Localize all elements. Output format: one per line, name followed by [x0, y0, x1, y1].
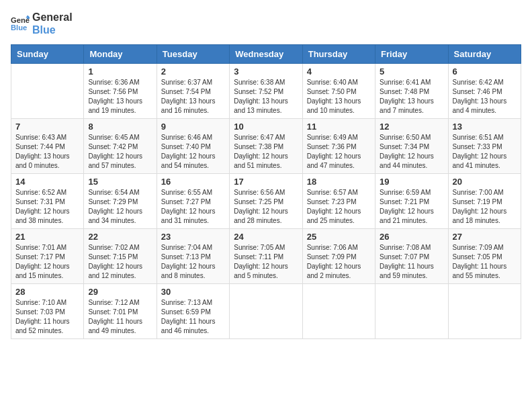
day-number: 2: [161, 66, 225, 77]
day-number: 5: [380, 66, 443, 77]
day-info: Sunrise: 6:49 AMSunset: 7:36 PMDaylight:…: [307, 133, 371, 171]
calendar-cell: 4Sunrise: 6:40 AMSunset: 7:50 PMDaylight…: [302, 64, 375, 119]
day-number: 4: [307, 66, 371, 77]
calendar-cell: 14Sunrise: 6:52 AMSunset: 7:31 PMDayligh…: [11, 174, 84, 229]
day-number: 10: [234, 122, 298, 132]
calendar-cell: 16Sunrise: 6:55 AMSunset: 7:27 PMDayligh…: [157, 174, 229, 229]
day-info: Sunrise: 7:06 AMSunset: 7:09 PMDaylight:…: [307, 243, 371, 281]
day-info: Sunrise: 6:37 AMSunset: 7:54 PMDaylight:…: [161, 78, 225, 116]
day-info: Sunrise: 6:43 AMSunset: 7:44 PMDaylight:…: [15, 133, 79, 171]
day-info: Sunrise: 7:00 AMSunset: 7:19 PMDaylight:…: [453, 188, 517, 226]
day-info: Sunrise: 6:52 AMSunset: 7:31 PMDaylight:…: [15, 188, 79, 226]
day-info: Sunrise: 7:08 AMSunset: 7:07 PMDaylight:…: [380, 243, 443, 281]
calendar-week-2: 7Sunrise: 6:43 AMSunset: 7:44 PMDaylight…: [11, 119, 521, 174]
calendar-cell: 1Sunrise: 6:36 AMSunset: 7:56 PMDaylight…: [84, 64, 157, 119]
day-number: 1: [88, 66, 152, 77]
calendar-cell: 26Sunrise: 7:08 AMSunset: 7:07 PMDayligh…: [375, 229, 448, 284]
calendar-cell: 11Sunrise: 6:49 AMSunset: 7:36 PMDayligh…: [302, 119, 375, 174]
day-number: 23: [161, 232, 225, 242]
day-number: 27: [453, 232, 517, 242]
day-info: Sunrise: 6:42 AMSunset: 7:46 PMDaylight:…: [453, 78, 517, 116]
day-number: 26: [380, 232, 443, 242]
day-number: 22: [88, 232, 152, 242]
day-number: 20: [453, 177, 517, 187]
calendar-cell: 23Sunrise: 7:04 AMSunset: 7:13 PMDayligh…: [157, 229, 229, 284]
day-number: 7: [15, 122, 79, 132]
day-number: 17: [234, 177, 298, 187]
day-number: 12: [380, 122, 443, 132]
calendar-header-row: SundayMondayTuesdayWednesdayThursdayFrid…: [11, 45, 521, 64]
weekday-header-sunday: Sunday: [11, 45, 84, 64]
day-info: Sunrise: 6:57 AMSunset: 7:23 PMDaylight:…: [307, 188, 371, 226]
day-info: Sunrise: 7:10 AMSunset: 7:03 PMDaylight:…: [15, 298, 79, 336]
calendar-cell: 9Sunrise: 6:46 AMSunset: 7:40 PMDaylight…: [157, 119, 229, 174]
day-info: Sunrise: 6:55 AMSunset: 7:27 PMDaylight:…: [161, 188, 225, 226]
day-number: 14: [15, 177, 79, 187]
calendar-cell: [11, 64, 84, 119]
calendar-cell: [448, 284, 521, 339]
calendar-cell: 18Sunrise: 6:57 AMSunset: 7:23 PMDayligh…: [302, 174, 375, 229]
day-number: 3: [234, 66, 298, 77]
day-info: Sunrise: 6:47 AMSunset: 7:38 PMDaylight:…: [234, 133, 298, 171]
day-number: 13: [453, 122, 517, 132]
day-info: Sunrise: 7:13 AMSunset: 6:59 PMDaylight:…: [161, 298, 225, 336]
calendar-cell: 19Sunrise: 6:59 AMSunset: 7:21 PMDayligh…: [375, 174, 448, 229]
day-number: 8: [88, 122, 152, 132]
logo-blue: Blue: [32, 24, 73, 36]
page-header: General Blue General Blue: [11, 11, 521, 36]
day-number: 19: [380, 177, 443, 187]
calendar-cell: 29Sunrise: 7:12 AMSunset: 7:01 PMDayligh…: [84, 284, 157, 339]
day-info: Sunrise: 6:36 AMSunset: 7:56 PMDaylight:…: [88, 78, 152, 116]
calendar-cell: [375, 284, 448, 339]
day-number: 29: [88, 287, 152, 297]
day-info: Sunrise: 6:59 AMSunset: 7:21 PMDaylight:…: [380, 188, 443, 226]
day-number: 30: [161, 287, 225, 297]
day-info: Sunrise: 7:09 AMSunset: 7:05 PMDaylight:…: [453, 243, 517, 281]
day-number: 6: [453, 66, 517, 77]
day-number: 15: [88, 177, 152, 187]
calendar-cell: 5Sunrise: 6:41 AMSunset: 7:48 PMDaylight…: [375, 64, 448, 119]
day-number: 9: [161, 122, 225, 132]
day-info: Sunrise: 6:46 AMSunset: 7:40 PMDaylight:…: [161, 133, 225, 171]
calendar-cell: 24Sunrise: 7:05 AMSunset: 7:11 PMDayligh…: [230, 229, 302, 284]
day-number: 21: [15, 232, 79, 242]
calendar-table: SundayMondayTuesdayWednesdayThursdayFrid…: [11, 44, 521, 339]
calendar-week-5: 28Sunrise: 7:10 AMSunset: 7:03 PMDayligh…: [11, 284, 521, 339]
calendar-cell: 17Sunrise: 6:56 AMSunset: 7:25 PMDayligh…: [230, 174, 302, 229]
day-number: 16: [161, 177, 225, 187]
logo: General Blue General Blue: [11, 11, 73, 36]
calendar-cell: 12Sunrise: 6:50 AMSunset: 7:34 PMDayligh…: [375, 119, 448, 174]
day-info: Sunrise: 6:45 AMSunset: 7:42 PMDaylight:…: [88, 133, 152, 171]
calendar-cell: 6Sunrise: 6:42 AMSunset: 7:46 PMDaylight…: [448, 64, 521, 119]
day-info: Sunrise: 7:02 AMSunset: 7:15 PMDaylight:…: [88, 243, 152, 281]
calendar-week-1: 1Sunrise: 6:36 AMSunset: 7:56 PMDaylight…: [11, 64, 521, 119]
day-info: Sunrise: 6:41 AMSunset: 7:48 PMDaylight:…: [380, 78, 443, 116]
calendar-cell: 28Sunrise: 7:10 AMSunset: 7:03 PMDayligh…: [11, 284, 84, 339]
day-info: Sunrise: 7:05 AMSunset: 7:11 PMDaylight:…: [234, 243, 298, 281]
day-info: Sunrise: 6:56 AMSunset: 7:25 PMDaylight:…: [234, 188, 298, 226]
calendar-cell: 21Sunrise: 7:01 AMSunset: 7:17 PMDayligh…: [11, 229, 84, 284]
weekday-header-saturday: Saturday: [448, 45, 521, 64]
day-number: 24: [234, 232, 298, 242]
day-info: Sunrise: 6:50 AMSunset: 7:34 PMDaylight:…: [380, 133, 443, 171]
calendar-cell: 30Sunrise: 7:13 AMSunset: 6:59 PMDayligh…: [157, 284, 229, 339]
day-info: Sunrise: 6:40 AMSunset: 7:50 PMDaylight:…: [307, 78, 371, 116]
day-number: 28: [15, 287, 79, 297]
day-number: 11: [307, 122, 371, 132]
calendar-week-4: 21Sunrise: 7:01 AMSunset: 7:17 PMDayligh…: [11, 229, 521, 284]
calendar-cell: [230, 284, 302, 339]
calendar-week-3: 14Sunrise: 6:52 AMSunset: 7:31 PMDayligh…: [11, 174, 521, 229]
day-info: Sunrise: 7:01 AMSunset: 7:17 PMDaylight:…: [15, 243, 79, 281]
day-info: Sunrise: 6:51 AMSunset: 7:33 PMDaylight:…: [453, 133, 517, 171]
logo-icon: General Blue: [11, 14, 30, 33]
weekday-header-tuesday: Tuesday: [157, 45, 229, 64]
day-number: 18: [307, 177, 371, 187]
calendar-cell: 8Sunrise: 6:45 AMSunset: 7:42 PMDaylight…: [84, 119, 157, 174]
calendar-cell: 15Sunrise: 6:54 AMSunset: 7:29 PMDayligh…: [84, 174, 157, 229]
calendar-cell: 7Sunrise: 6:43 AMSunset: 7:44 PMDaylight…: [11, 119, 84, 174]
calendar-cell: 3Sunrise: 6:38 AMSunset: 7:52 PMDaylight…: [230, 64, 302, 119]
weekday-header-thursday: Thursday: [302, 45, 375, 64]
calendar-cell: 2Sunrise: 6:37 AMSunset: 7:54 PMDaylight…: [157, 64, 229, 119]
calendar-cell: 20Sunrise: 7:00 AMSunset: 7:19 PMDayligh…: [448, 174, 521, 229]
day-info: Sunrise: 6:54 AMSunset: 7:29 PMDaylight:…: [88, 188, 152, 226]
